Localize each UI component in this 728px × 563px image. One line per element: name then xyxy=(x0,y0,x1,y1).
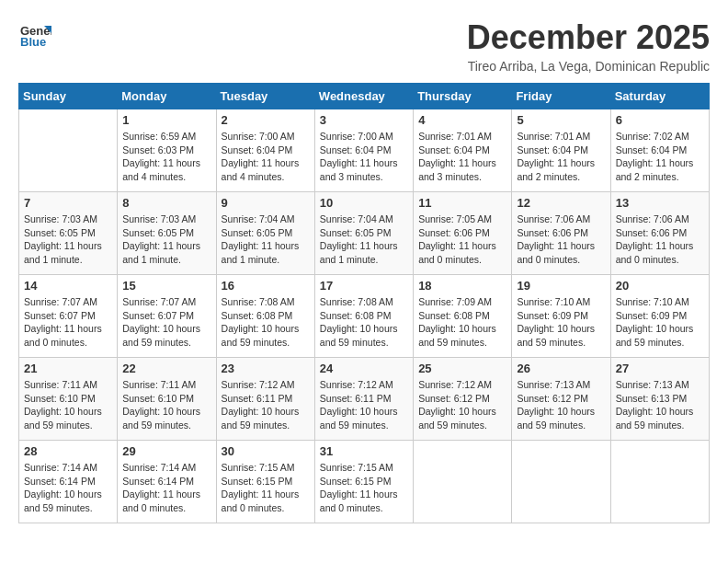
day-number: 18 xyxy=(418,279,506,293)
calendar-cell: 29Sunrise: 7:14 AMSunset: 6:14 PMDayligh… xyxy=(118,441,216,523)
calendar-cell: 10Sunrise: 7:04 AMSunset: 6:05 PMDayligh… xyxy=(314,192,413,275)
header-row: SundayMondayTuesdayWednesdayThursdayFrid… xyxy=(19,84,710,109)
calendar-cell: 13Sunrise: 7:06 AMSunset: 6:06 PMDayligh… xyxy=(610,192,709,275)
day-number: 14 xyxy=(24,279,112,293)
day-info: Sunrise: 7:15 AMSunset: 6:15 PMDaylight:… xyxy=(222,461,310,515)
calendar-cell: 23Sunrise: 7:12 AMSunset: 6:11 PMDayligh… xyxy=(216,358,314,441)
day-number: 30 xyxy=(222,444,310,458)
calendar-cell: 8Sunrise: 7:03 AMSunset: 6:05 PMDaylight… xyxy=(118,192,216,275)
calendar-cell: 21Sunrise: 7:11 AMSunset: 6:10 PMDayligh… xyxy=(19,358,118,441)
month-title: December 2025 xyxy=(467,18,710,57)
day-number: 19 xyxy=(517,279,605,293)
day-number: 8 xyxy=(122,196,210,210)
day-number: 2 xyxy=(222,113,310,127)
week-row-1: 1Sunrise: 6:59 AMSunset: 6:03 PMDaylight… xyxy=(19,109,710,192)
col-header-thursday: Thursday xyxy=(414,84,512,109)
day-number: 5 xyxy=(517,113,605,127)
calendar-cell: 12Sunrise: 7:06 AMSunset: 6:06 PMDayligh… xyxy=(512,192,610,275)
calendar-cell: 6Sunrise: 7:02 AMSunset: 6:04 PMDaylight… xyxy=(610,109,709,192)
day-info: Sunrise: 7:01 AMSunset: 6:04 PMDaylight:… xyxy=(418,130,506,184)
day-info: Sunrise: 7:15 AMSunset: 6:15 PMDaylight:… xyxy=(320,461,408,515)
calendar-cell: 9Sunrise: 7:04 AMSunset: 6:05 PMDaylight… xyxy=(216,192,314,275)
day-number: 28 xyxy=(24,444,112,458)
page-header: General Blue December 2025 Tireo Arriba,… xyxy=(18,18,710,74)
day-info: Sunrise: 7:09 AMSunset: 6:08 PMDaylight:… xyxy=(418,295,506,350)
calendar-table: SundayMondayTuesdayWednesdayThursdayFrid… xyxy=(18,83,710,523)
day-number: 15 xyxy=(122,279,210,293)
calendar-cell: 7Sunrise: 7:03 AMSunset: 6:05 PMDaylight… xyxy=(19,192,118,275)
day-info: Sunrise: 7:05 AMSunset: 6:06 PMDaylight:… xyxy=(418,213,506,267)
col-header-tuesday: Tuesday xyxy=(216,84,314,109)
logo-icon: General Blue xyxy=(18,18,51,52)
day-info: Sunrise: 7:12 AMSunset: 6:12 PMDaylight:… xyxy=(418,378,506,432)
calendar-cell: 17Sunrise: 7:08 AMSunset: 6:08 PMDayligh… xyxy=(314,275,413,358)
day-info: Sunrise: 7:07 AMSunset: 6:07 PMDaylight:… xyxy=(24,295,112,350)
calendar-cell: 19Sunrise: 7:10 AMSunset: 6:09 PMDayligh… xyxy=(512,275,610,358)
calendar-cell: 31Sunrise: 7:15 AMSunset: 6:15 PMDayligh… xyxy=(314,441,413,523)
calendar-cell: 22Sunrise: 7:11 AMSunset: 6:10 PMDayligh… xyxy=(118,358,216,441)
col-header-monday: Monday xyxy=(118,84,216,109)
day-number: 16 xyxy=(222,279,310,293)
calendar-cell xyxy=(512,441,610,523)
day-number: 7 xyxy=(24,196,112,210)
day-number: 3 xyxy=(320,113,408,127)
calendar-cell: 26Sunrise: 7:13 AMSunset: 6:12 PMDayligh… xyxy=(512,358,610,441)
day-number: 21 xyxy=(24,362,112,375)
day-number: 20 xyxy=(616,279,704,293)
day-number: 27 xyxy=(616,362,704,375)
day-number: 22 xyxy=(122,362,210,375)
day-info: Sunrise: 7:08 AMSunset: 6:08 PMDaylight:… xyxy=(320,295,408,350)
week-row-4: 21Sunrise: 7:11 AMSunset: 6:10 PMDayligh… xyxy=(19,358,710,441)
day-info: Sunrise: 7:14 AMSunset: 6:14 PMDaylight:… xyxy=(122,461,210,515)
day-info: Sunrise: 7:12 AMSunset: 6:11 PMDaylight:… xyxy=(222,378,310,432)
day-number: 6 xyxy=(616,113,704,127)
calendar-cell: 16Sunrise: 7:08 AMSunset: 6:08 PMDayligh… xyxy=(216,275,314,358)
calendar-cell: 3Sunrise: 7:00 AMSunset: 6:04 PMDaylight… xyxy=(314,109,413,192)
day-number: 13 xyxy=(616,196,704,210)
col-header-friday: Friday xyxy=(512,84,610,109)
day-info: Sunrise: 7:08 AMSunset: 6:08 PMDaylight:… xyxy=(222,295,310,350)
week-row-3: 14Sunrise: 7:07 AMSunset: 6:07 PMDayligh… xyxy=(19,275,710,358)
day-info: Sunrise: 7:00 AMSunset: 6:04 PMDaylight:… xyxy=(222,130,310,184)
week-row-2: 7Sunrise: 7:03 AMSunset: 6:05 PMDaylight… xyxy=(19,192,710,275)
day-number: 17 xyxy=(320,279,408,293)
day-info: Sunrise: 7:03 AMSunset: 6:05 PMDaylight:… xyxy=(122,213,210,267)
day-number: 1 xyxy=(122,113,210,127)
day-info: Sunrise: 6:59 AMSunset: 6:03 PMDaylight:… xyxy=(122,130,210,184)
day-info: Sunrise: 7:11 AMSunset: 6:10 PMDaylight:… xyxy=(24,378,112,432)
day-info: Sunrise: 7:06 AMSunset: 6:06 PMDaylight:… xyxy=(517,213,605,267)
col-header-wednesday: Wednesday xyxy=(314,84,413,109)
calendar-cell: 30Sunrise: 7:15 AMSunset: 6:15 PMDayligh… xyxy=(216,441,314,523)
day-number: 31 xyxy=(320,444,408,458)
day-info: Sunrise: 7:14 AMSunset: 6:14 PMDaylight:… xyxy=(24,461,112,515)
day-number: 29 xyxy=(122,444,210,458)
day-info: Sunrise: 7:00 AMSunset: 6:04 PMDaylight:… xyxy=(320,130,408,184)
day-info: Sunrise: 7:02 AMSunset: 6:04 PMDaylight:… xyxy=(616,130,704,184)
calendar-cell: 2Sunrise: 7:00 AMSunset: 6:04 PMDaylight… xyxy=(216,109,314,192)
calendar-cell: 24Sunrise: 7:12 AMSunset: 6:11 PMDayligh… xyxy=(314,358,413,441)
location: Tireo Arriba, La Vega, Dominican Republi… xyxy=(467,59,710,74)
col-header-saturday: Saturday xyxy=(610,84,709,109)
calendar-cell: 1Sunrise: 6:59 AMSunset: 6:03 PMDaylight… xyxy=(118,109,216,192)
calendar-cell: 18Sunrise: 7:09 AMSunset: 6:08 PMDayligh… xyxy=(414,275,512,358)
day-info: Sunrise: 7:13 AMSunset: 6:12 PMDaylight:… xyxy=(517,378,605,432)
calendar-cell: 25Sunrise: 7:12 AMSunset: 6:12 PMDayligh… xyxy=(414,358,512,441)
week-row-5: 28Sunrise: 7:14 AMSunset: 6:14 PMDayligh… xyxy=(19,441,710,523)
day-number: 25 xyxy=(418,362,506,375)
calendar-cell: 5Sunrise: 7:01 AMSunset: 6:04 PMDaylight… xyxy=(512,109,610,192)
day-info: Sunrise: 7:10 AMSunset: 6:09 PMDaylight:… xyxy=(616,295,704,350)
calendar-cell: 20Sunrise: 7:10 AMSunset: 6:09 PMDayligh… xyxy=(610,275,709,358)
logo: General Blue xyxy=(18,18,51,52)
day-info: Sunrise: 7:07 AMSunset: 6:07 PMDaylight:… xyxy=(122,295,210,350)
day-number: 4 xyxy=(418,113,506,127)
day-number: 9 xyxy=(222,196,310,210)
calendar-cell xyxy=(610,441,709,523)
day-number: 23 xyxy=(222,362,310,375)
title-block: December 2025 Tireo Arriba, La Vega, Dom… xyxy=(467,18,710,74)
day-number: 24 xyxy=(320,362,408,375)
day-number: 11 xyxy=(418,196,506,210)
day-info: Sunrise: 7:06 AMSunset: 6:06 PMDaylight:… xyxy=(616,213,704,267)
calendar-cell: 4Sunrise: 7:01 AMSunset: 6:04 PMDaylight… xyxy=(414,109,512,192)
calendar-cell xyxy=(19,109,118,192)
calendar-cell: 28Sunrise: 7:14 AMSunset: 6:14 PMDayligh… xyxy=(19,441,118,523)
